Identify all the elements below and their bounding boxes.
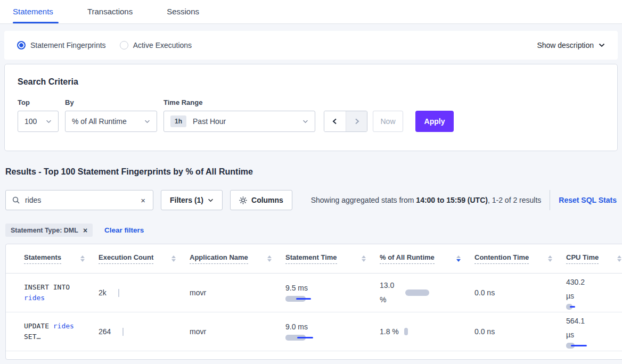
sort-asc-arrow [548,255,552,258]
search-icon [12,196,20,204]
top-select[interactable]: 100 [18,111,59,132]
tabs-container: StatementsTransactionsSessions [13,0,233,23]
table-row: UPDATE ridesSET…264movr9.0 ms1.8 %0.0 ns… [6,312,622,351]
cell-bar-chart [285,335,328,341]
column-header-contention-time: Contention Time [474,253,566,264]
column-header-cpu-time: CPU Time [566,253,622,264]
search-criteria-title: Search Criteria [18,77,604,87]
chevron-left-icon [331,118,339,125]
column-header-label: Application Name [190,253,248,264]
filters-button[interactable]: Filters (1) [161,190,223,210]
statement-cell: INSERT INTOrides [24,282,99,303]
sort-asc-arrow [267,255,272,258]
apply-button[interactable]: Apply [415,111,454,132]
radio-option-label: Active Executions [133,41,192,49]
aggregated-stats-text: Showing aggregated stats from 14:00 to 1… [311,196,542,204]
contention-time-cell: 0.0 ns [474,288,566,297]
sort-icon[interactable] [80,255,85,262]
time-range-badge: 1h [170,115,186,127]
stats-time-range: 14:00 to 15:59 (UTC) [416,196,488,204]
pct-runtime-value: 13.0 % [380,278,400,307]
chevron-down-icon [208,198,214,202]
sort-icon[interactable] [548,255,552,262]
sort-icon[interactable] [362,255,366,262]
top-field: Top 100 [18,98,65,132]
chevron-down-icon [144,120,150,123]
sort-desc-arrow [80,259,85,262]
previous-time-button[interactable] [324,111,346,131]
pct-runtime-bar [404,328,408,335]
chevron-down-icon [46,120,52,123]
radio-option-label: Statement Fingerprints [30,41,106,49]
sort-icon[interactable] [267,255,272,262]
column-header-application-name: Application Name [190,253,285,264]
statement-time-value: 9.5 ms [285,284,380,292]
sort-icon[interactable] [171,255,176,262]
execution-count-cell: 264 [99,327,190,336]
results-toolbar: × Filters (1) Columns Showing aggregated… [5,189,617,211]
stats-suffix: , 1-2 of 2 results [488,196,541,204]
column-header-label: Statements [24,253,61,264]
column-header-of-all-runtime: % of All Runtime [380,253,474,264]
search-criteria-controls: Top 100 By % of All Runtime Time Range 1… [18,98,604,132]
contention-time-cell: 0.0 ns [474,327,566,336]
table-header-row: StatementsExecution CountApplication Nam… [6,244,622,274]
execution-count-cell: 2k [99,288,190,297]
sort-desc-arrow [267,259,272,262]
columns-button[interactable]: Columns [230,190,292,210]
statement-text: INSERT INTO [24,283,70,291]
cpu-time-value: 430.2 µs [566,275,592,303]
by-label: By [65,98,163,106]
execution-count-value: 264 [99,327,111,336]
sort-desc-arrow [171,259,176,262]
cell-bar-chart [566,343,609,349]
remove-filter-icon[interactable]: × [83,226,87,235]
statement-text: UPDATE [24,322,53,330]
top-select-value: 100 [24,117,37,126]
sort-desc-arrow [456,259,461,262]
search-input[interactable] [25,196,140,204]
tab-transactions[interactable]: Transactions [87,0,133,23]
tab-sessions[interactable]: Sessions [167,0,199,23]
application-name-cell: movr [190,327,285,336]
clear-filters-link[interactable]: Clear filters [104,226,144,234]
statement-link[interactable]: rides [53,322,74,330]
statement-line: INSERT INTO [24,282,99,293]
statement-link[interactable]: rides [24,294,45,302]
cpu-time-cell: 564.1 µs [566,314,622,349]
sort-desc-arrow [548,259,552,262]
execution-count-value: 2k [99,288,107,297]
sort-asc-arrow [171,255,176,258]
radio-option-active-executions[interactable]: Active Executions [120,41,192,49]
statement-time-cell: 9.5 ms [285,284,380,302]
sort-asc-arrow [80,255,85,258]
filter-chip-label: Statement Type: DML [11,227,78,234]
sort-icon[interactable] [456,255,461,262]
chevron-right-icon [353,118,361,125]
view-mode-card: Statement FingerprintsActive Executions … [4,31,618,60]
statement-cell: UPDATE ridesSET… [24,321,99,342]
time-nav-group [324,111,367,132]
search-criteria-card: Search Criteria Top 100 By % of All Runt… [4,64,618,151]
pct-runtime-cell: 13.0 % [380,278,474,307]
radio-option-statement-fingerprints[interactable]: Statement Fingerprints [17,41,106,49]
statement-line: rides [24,293,99,303]
tab-statements[interactable]: Statements [13,0,53,23]
reset-sql-stats-link[interactable]: Reset SQL Stats [559,196,617,204]
by-select[interactable]: % of All Runtime [65,111,157,132]
pct-runtime-bar [405,289,429,296]
bar-blue-segment [296,298,311,300]
show-description-toggle[interactable]: Show description [537,41,605,49]
statement-time-value: 9.0 ms [285,322,380,331]
next-time-button[interactable] [346,111,367,131]
view-mode-options: Statement FingerprintsActive Executions [17,41,206,49]
cell-bar-chart [566,304,609,310]
time-range-select[interactable]: 1h Past Hour [163,111,315,132]
gear-icon [239,196,247,204]
sort-icon[interactable] [617,255,621,262]
clear-search-icon[interactable]: × [140,196,146,205]
top-label: Top [18,98,65,106]
now-button[interactable]: Now [373,111,403,132]
radio-selected-icon [17,41,26,49]
vertical-divider [550,190,550,210]
